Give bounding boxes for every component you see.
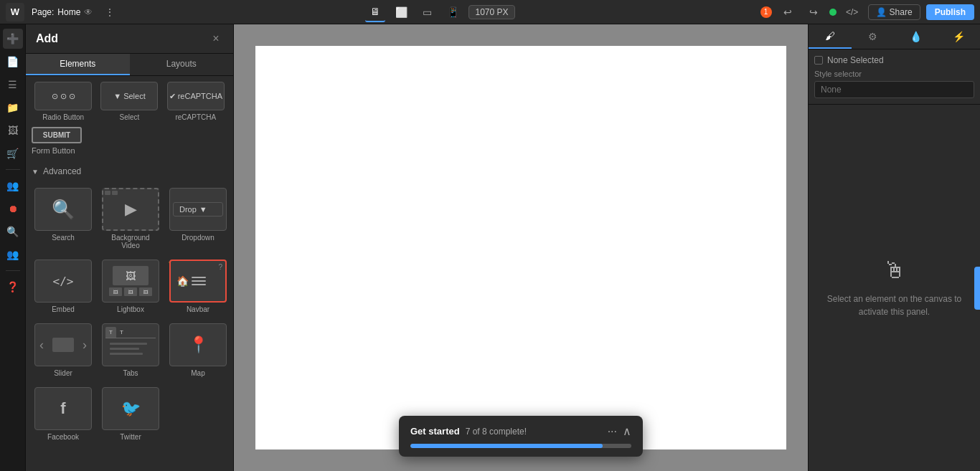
dropdown-preview: Drop ▼: [173, 202, 223, 217]
navbar-label: Navbar: [187, 305, 209, 313]
radio-button-label: Radio Button: [42, 113, 84, 121]
cta-side-button[interactable]: [974, 267, 980, 310]
code-editor-icon[interactable]: </>: [842, 2, 862, 22]
tab-layouts[interactable]: Layouts: [130, 54, 234, 75]
tab-line-3: [110, 353, 143, 355]
cms-icon[interactable]: 📁: [3, 97, 23, 118]
store-icon[interactable]: 🛒: [3, 143, 23, 163]
navbar-line-3: [192, 284, 206, 285]
tab-btn-preview-1: T: [105, 327, 116, 338]
collapse-button[interactable]: ∧: [623, 424, 631, 438]
progress-bar-track: [410, 444, 631, 448]
navbar-lines: [192, 277, 206, 285]
eye-icon[interactable]: 👁: [84, 7, 93, 17]
tabs-element[interactable]: T T Tabs: [99, 320, 162, 380]
advanced-section-header[interactable]: ▼ Advanced: [32, 163, 227, 179]
page-name[interactable]: Home: [57, 7, 80, 17]
tab-line-2: [110, 348, 139, 350]
submit-preview: SUBMIT: [32, 127, 82, 143]
share-label: Share: [890, 7, 913, 17]
canvas-area[interactable]: Get started 7 of 8 complete! ··· ∧: [234, 24, 808, 471]
publish-button[interactable]: Publish: [926, 4, 974, 20]
search-site-icon[interactable]: 🔍: [3, 222, 23, 242]
map-element[interactable]: 📍 Map: [166, 320, 230, 380]
add-panel-title: Add: [36, 32, 58, 45]
recaptcha-label: reCAPTCHA: [175, 113, 216, 121]
apps-icon[interactable]: 👥: [3, 176, 23, 196]
navbar-element[interactable]: ★ ? 🏠 Navbar: [166, 257, 230, 316]
search-element-icon: 🔍: [34, 188, 92, 231]
navbar-preview: 🏠: [174, 264, 222, 298]
elements-scroll-area: ⊙ ⊙ ⊙ Radio Button ▼ Select Select ✔ reC…: [26, 76, 233, 471]
dropdown-element[interactable]: Drop ▼ Dropdown: [166, 185, 230, 252]
add-panel-tabs: Elements Layouts: [26, 54, 233, 76]
tablet-icon[interactable]: ▭: [417, 2, 437, 22]
more-options-button[interactable]: ···: [608, 425, 617, 438]
none-selected-checkbox: [814, 56, 823, 65]
embed-label: Embed: [52, 305, 75, 313]
lightbox-thumb-1: 🖼: [109, 287, 122, 296]
tab-interactions[interactable]: ⚡: [937, 24, 980, 49]
help-icon[interactable]: ❓: [3, 277, 23, 297]
tabs-icon: T T: [102, 323, 159, 366]
mobile-icon[interactable]: 📱: [443, 2, 463, 22]
get-started-bar: Get started 7 of 8 complete! ··· ∧: [399, 416, 643, 457]
layers-icon[interactable]: ☰: [3, 75, 23, 95]
team-icon[interactable]: 👥: [3, 244, 23, 265]
assets-icon[interactable]: 🖼: [3, 120, 23, 141]
recording-icon[interactable]: ⏺: [3, 199, 23, 219]
separator: [6, 169, 20, 170]
select-icon: ▼ Select: [100, 82, 158, 110]
collapse-arrow-icon: ▼: [32, 168, 39, 176]
embed-element[interactable]: </> Embed: [32, 257, 95, 316]
background-video-element[interactable]: ▶ Background Video: [99, 185, 162, 252]
fb-letter-icon: f: [60, 399, 65, 418]
radio-button-element[interactable]: ⊙ ⊙ ⊙ Radio Button: [32, 82, 95, 121]
search-element-label: Search: [52, 234, 75, 242]
desktop-view-icon[interactable]: 🖥: [365, 2, 385, 22]
slider-element[interactable]: ‹ › Slider: [32, 320, 95, 380]
get-started-count: 7 of 8 complete!: [466, 427, 527, 437]
select-element[interactable]: ▼ Select Select: [98, 82, 161, 121]
tab-elements[interactable]: Elements: [26, 54, 130, 75]
style-selector-input[interactable]: [814, 81, 974, 98]
tab-settings[interactable]: ⚙: [852, 24, 895, 49]
form-elements-row: ⊙ ⊙ ⊙ Radio Button ▼ Select Select ✔ reC…: [32, 82, 227, 121]
page-label: Page:: [32, 7, 54, 17]
close-button[interactable]: ×: [209, 32, 223, 46]
slider-preview: ‹ ›: [35, 324, 91, 366]
tabs-header-preview: T T: [105, 327, 156, 338]
redo-button[interactable]: ↪: [804, 2, 824, 22]
twitter-element[interactable]: 🐦 Twitter: [99, 384, 162, 444]
more-options-icon[interactable]: ⋮: [100, 2, 120, 22]
tab-style[interactable]: 🖌: [809, 24, 852, 49]
form-button-element[interactable]: SUBMIT Form Button: [32, 127, 227, 155]
canvas-inner: [255, 46, 786, 449]
add-elements-icon[interactable]: ➕: [3, 29, 23, 49]
tab-effects[interactable]: 💧: [895, 24, 938, 49]
magnifier-icon: 🔍: [52, 199, 75, 221]
lightbox-element[interactable]: 🖼 🖼 🖼 🖼 Lightbox: [99, 257, 162, 316]
share-icon: 👤: [876, 7, 887, 17]
topbar-center: 🖥 ⬜ ▭ 📱 1070 PX: [365, 2, 514, 22]
facebook-icon: f: [34, 387, 92, 430]
right-panel-empty: 🖱 Select an element on the canvas to act…: [809, 105, 980, 471]
tablet-landscape-icon[interactable]: ⬜: [391, 2, 411, 22]
navbar-home-icon: 🏠: [176, 275, 189, 287]
search-element[interactable]: 🔍 Search: [32, 185, 95, 252]
slider-right-arrow: ›: [83, 338, 87, 353]
style-selector-label: Style selector: [814, 70, 974, 78]
slider-left-arrow: ‹: [39, 338, 44, 353]
recaptcha-element[interactable]: ✔ reCAPTCHA reCAPTCHA: [164, 82, 227, 121]
map-icon: 📍: [169, 323, 227, 366]
topbar: W Page: Home 👁 ⋮ 🖥 ⬜ ▭ 📱 1070 PX 1 ↩ ↪ <…: [0, 0, 980, 24]
slider-label: Slider: [54, 369, 72, 377]
undo-button[interactable]: ↩: [778, 2, 798, 22]
lightbox-icon: 🖼 🖼 🖼 🖼: [102, 260, 159, 303]
facebook-element[interactable]: f Facebook: [32, 384, 95, 444]
pages-icon[interactable]: 📄: [3, 52, 23, 72]
none-selected-row: None Selected: [814, 55, 974, 65]
tabs-preview: T T: [105, 327, 156, 363]
share-button[interactable]: 👤 Share: [868, 4, 920, 20]
right-panel-tabs: 🖌 ⚙ 💧 ⚡: [809, 24, 980, 49]
